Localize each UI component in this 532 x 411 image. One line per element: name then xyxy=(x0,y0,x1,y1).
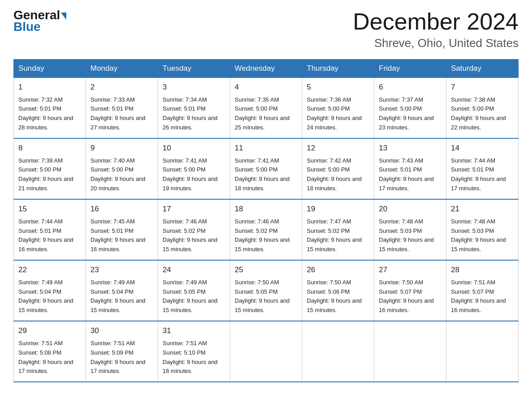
day-number: 12 xyxy=(307,142,369,154)
col-header-tuesday: Tuesday xyxy=(158,60,230,78)
day-number: 30 xyxy=(90,325,153,337)
day-info: Sunrise: 7:50 AMSunset: 5:07 PMDaylight:… xyxy=(379,279,434,314)
calendar-cell: 31Sunrise: 7:51 AMSunset: 5:10 PMDayligh… xyxy=(158,321,230,382)
calendar-cell: 22Sunrise: 7:49 AMSunset: 5:04 PMDayligh… xyxy=(14,260,86,321)
week-row-3: 15Sunrise: 7:44 AMSunset: 5:01 PMDayligh… xyxy=(14,199,519,260)
calendar-cell: 4Sunrise: 7:35 AMSunset: 5:00 PMDaylight… xyxy=(230,78,302,139)
day-info: Sunrise: 7:33 AMSunset: 5:01 PMDaylight:… xyxy=(90,96,146,131)
day-info: Sunrise: 7:49 AMSunset: 5:04 PMDaylight:… xyxy=(90,279,146,314)
day-info: Sunrise: 7:42 AMSunset: 5:00 PMDaylight:… xyxy=(307,157,362,192)
day-info: Sunrise: 7:47 AMSunset: 5:02 PMDaylight:… xyxy=(307,218,362,253)
day-info: Sunrise: 7:49 AMSunset: 5:05 PMDaylight:… xyxy=(163,279,218,314)
day-number: 6 xyxy=(379,81,442,93)
calendar-cell: 12Sunrise: 7:42 AMSunset: 5:00 PMDayligh… xyxy=(302,138,374,199)
day-number: 4 xyxy=(235,81,297,93)
calendar-cell: 27Sunrise: 7:50 AMSunset: 5:07 PMDayligh… xyxy=(374,260,446,321)
col-header-saturday: Saturday xyxy=(446,60,519,78)
calendar-cell xyxy=(230,321,302,382)
day-number: 23 xyxy=(90,264,153,276)
day-number: 2 xyxy=(90,81,153,93)
logo: General Blue xyxy=(13,9,66,33)
day-number: 20 xyxy=(379,203,442,215)
calendar-cell: 6Sunrise: 7:37 AMSunset: 5:00 PMDaylight… xyxy=(374,78,446,139)
day-info: Sunrise: 7:50 AMSunset: 5:06 PMDaylight:… xyxy=(307,279,362,314)
calendar-cell: 18Sunrise: 7:46 AMSunset: 5:02 PMDayligh… xyxy=(230,199,302,260)
calendar-cell: 13Sunrise: 7:43 AMSunset: 5:01 PMDayligh… xyxy=(374,138,446,199)
day-number: 8 xyxy=(18,142,81,154)
calendar-cell: 25Sunrise: 7:50 AMSunset: 5:05 PMDayligh… xyxy=(230,260,302,321)
day-info: Sunrise: 7:40 AMSunset: 5:00 PMDaylight:… xyxy=(90,157,146,192)
week-row-4: 22Sunrise: 7:49 AMSunset: 5:04 PMDayligh… xyxy=(14,260,519,321)
day-number: 19 xyxy=(307,203,369,215)
location-title: Shreve, Ohio, United States xyxy=(353,36,519,50)
col-header-thursday: Thursday xyxy=(302,60,374,78)
day-number: 13 xyxy=(379,142,442,154)
day-number: 9 xyxy=(90,142,153,154)
calendar-cell: 2Sunrise: 7:33 AMSunset: 5:01 PMDaylight… xyxy=(86,78,158,139)
day-number: 17 xyxy=(163,203,225,215)
calendar-cell: 15Sunrise: 7:44 AMSunset: 5:01 PMDayligh… xyxy=(14,199,86,260)
day-info: Sunrise: 7:51 AMSunset: 5:07 PMDaylight:… xyxy=(451,279,506,314)
calendar-cell xyxy=(374,321,446,382)
day-number: 24 xyxy=(163,264,225,276)
calendar-cell: 11Sunrise: 7:41 AMSunset: 5:00 PMDayligh… xyxy=(230,138,302,199)
day-number: 18 xyxy=(235,203,297,215)
calendar-cell: 9Sunrise: 7:40 AMSunset: 5:00 PMDaylight… xyxy=(86,138,158,199)
calendar-header-row: SundayMondayTuesdayWednesdayThursdayFrid… xyxy=(14,60,519,78)
day-info: Sunrise: 7:39 AMSunset: 5:00 PMDaylight:… xyxy=(18,157,73,192)
day-info: Sunrise: 7:51 AMSunset: 5:10 PMDaylight:… xyxy=(163,340,218,375)
col-header-sunday: Sunday xyxy=(14,60,86,78)
day-number: 29 xyxy=(18,325,81,337)
day-number: 14 xyxy=(451,142,514,154)
day-number: 3 xyxy=(163,81,225,93)
day-info: Sunrise: 7:44 AMSunset: 5:01 PMDaylight:… xyxy=(451,157,506,192)
calendar-cell: 1Sunrise: 7:32 AMSunset: 5:01 PMDaylight… xyxy=(14,78,86,139)
calendar-cell xyxy=(302,321,374,382)
calendar-cell: 23Sunrise: 7:49 AMSunset: 5:04 PMDayligh… xyxy=(86,260,158,321)
day-number: 15 xyxy=(18,203,81,215)
day-number: 7 xyxy=(451,81,514,93)
day-info: Sunrise: 7:44 AMSunset: 5:01 PMDaylight:… xyxy=(18,218,73,253)
day-info: Sunrise: 7:51 AMSunset: 5:08 PMDaylight:… xyxy=(18,340,73,375)
calendar-cell: 14Sunrise: 7:44 AMSunset: 5:01 PMDayligh… xyxy=(446,138,519,199)
page-header: General Blue December 2024 Shreve, Ohio,… xyxy=(13,9,519,50)
day-info: Sunrise: 7:35 AMSunset: 5:00 PMDaylight:… xyxy=(235,96,290,131)
calendar-cell: 26Sunrise: 7:50 AMSunset: 5:06 PMDayligh… xyxy=(302,260,374,321)
calendar-cell: 3Sunrise: 7:34 AMSunset: 5:01 PMDaylight… xyxy=(158,78,230,139)
calendar-cell: 16Sunrise: 7:45 AMSunset: 5:01 PMDayligh… xyxy=(86,199,158,260)
day-number: 26 xyxy=(307,264,369,276)
calendar-cell: 7Sunrise: 7:38 AMSunset: 5:00 PMDaylight… xyxy=(446,78,519,139)
day-number: 22 xyxy=(18,264,81,276)
day-info: Sunrise: 7:41 AMSunset: 5:00 PMDaylight:… xyxy=(163,157,218,192)
week-row-2: 8Sunrise: 7:39 AMSunset: 5:00 PMDaylight… xyxy=(14,138,519,199)
calendar-cell: 5Sunrise: 7:36 AMSunset: 5:00 PMDaylight… xyxy=(302,78,374,139)
title-block: December 2024 Shreve, Ohio, United State… xyxy=(353,9,519,50)
day-number: 1 xyxy=(18,81,81,93)
day-number: 10 xyxy=(163,142,225,154)
week-row-1: 1Sunrise: 7:32 AMSunset: 5:01 PMDaylight… xyxy=(14,78,519,139)
day-info: Sunrise: 7:34 AMSunset: 5:01 PMDaylight:… xyxy=(163,96,218,131)
col-header-friday: Friday xyxy=(374,60,446,78)
col-header-wednesday: Wednesday xyxy=(230,60,302,78)
day-number: 28 xyxy=(451,264,514,276)
calendar-cell: 8Sunrise: 7:39 AMSunset: 5:00 PMDaylight… xyxy=(14,138,86,199)
day-info: Sunrise: 7:45 AMSunset: 5:01 PMDaylight:… xyxy=(90,218,146,253)
calendar-cell: 10Sunrise: 7:41 AMSunset: 5:00 PMDayligh… xyxy=(158,138,230,199)
day-number: 31 xyxy=(163,325,225,337)
day-info: Sunrise: 7:46 AMSunset: 5:02 PMDaylight:… xyxy=(235,218,290,253)
day-number: 25 xyxy=(235,264,297,276)
day-info: Sunrise: 7:41 AMSunset: 5:00 PMDaylight:… xyxy=(235,157,290,192)
calendar-cell: 20Sunrise: 7:48 AMSunset: 5:03 PMDayligh… xyxy=(374,199,446,260)
day-info: Sunrise: 7:36 AMSunset: 5:00 PMDaylight:… xyxy=(307,96,362,131)
calendar-cell: 17Sunrise: 7:46 AMSunset: 5:02 PMDayligh… xyxy=(158,199,230,260)
day-info: Sunrise: 7:46 AMSunset: 5:02 PMDaylight:… xyxy=(163,218,218,253)
month-title: December 2024 xyxy=(353,9,519,34)
logo-blue: Blue xyxy=(13,21,41,33)
day-info: Sunrise: 7:37 AMSunset: 5:00 PMDaylight:… xyxy=(379,96,434,131)
calendar-cell xyxy=(446,321,519,382)
day-number: 16 xyxy=(90,203,153,215)
day-info: Sunrise: 7:32 AMSunset: 5:01 PMDaylight:… xyxy=(18,96,73,131)
week-row-5: 29Sunrise: 7:51 AMSunset: 5:08 PMDayligh… xyxy=(14,321,519,382)
calendar-cell: 21Sunrise: 7:48 AMSunset: 5:03 PMDayligh… xyxy=(446,199,519,260)
day-info: Sunrise: 7:49 AMSunset: 5:04 PMDaylight:… xyxy=(18,279,73,314)
